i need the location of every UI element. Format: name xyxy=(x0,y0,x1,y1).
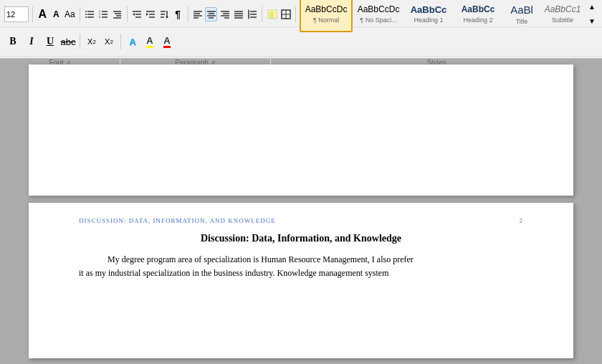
style-no-spacing[interactable]: AaBbCcDc ¶ No Spaci... xyxy=(353,0,403,32)
align-center-button[interactable] xyxy=(205,7,217,21)
styles-scroll-down[interactable]: ▼ xyxy=(586,15,598,28)
styles-scroll-up[interactable]: ▲ xyxy=(586,1,598,14)
style-normal[interactable]: AaBbCcDc ¶ Normal xyxy=(300,0,353,32)
underline-button[interactable]: U xyxy=(42,34,59,49)
font-color-icon: A xyxy=(163,35,170,48)
text-effects-button[interactable]: A xyxy=(125,34,140,49)
style-heading1-preview: AaBbCc xyxy=(411,4,447,16)
page-title: Discussion: Data, Information, and Knowl… xyxy=(79,233,523,244)
document-area: DISCUSSION: DATA, INFORMATION, AND KNOWL… xyxy=(0,59,602,364)
toolbar-row-1: A A Aa 123 ¶ xyxy=(0,0,602,27)
shading-button[interactable]: ▒ xyxy=(266,7,278,21)
style-subtitle-preview: AaBbCc1 xyxy=(545,4,581,16)
style-normal-preview: AaBbCcDc xyxy=(305,4,348,16)
separator-4 xyxy=(188,6,188,22)
svg-marker-50 xyxy=(248,18,249,19)
separator-3 xyxy=(127,6,128,22)
style-heading2-preview: AaBbCc xyxy=(462,4,495,16)
svg-marker-19 xyxy=(133,13,135,16)
separator-7 xyxy=(80,34,80,49)
superscript-button[interactable]: X2 xyxy=(101,34,117,49)
styles-gallery: AaBbCcDc ¶ Normal AaBbCcDc ¶ No Spaci...… xyxy=(300,0,598,34)
shrink-font-button[interactable]: A xyxy=(50,7,62,21)
sort-button[interactable] xyxy=(158,7,171,21)
separator-1 xyxy=(32,6,33,22)
numbering-button[interactable]: 123 xyxy=(97,7,110,21)
style-heading2-label: Heading 2 xyxy=(464,16,493,24)
borders-button[interactable] xyxy=(280,7,292,21)
style-title-preview: AaBl xyxy=(510,3,533,17)
align-right-button[interactable] xyxy=(219,7,231,21)
align-left-button[interactable] xyxy=(191,7,204,21)
clear-format-button[interactable]: Aa xyxy=(64,7,76,21)
separator-6 xyxy=(295,6,296,22)
page-header: DISCUSSION: DATA, INFORMATION, AND KNOWL… xyxy=(79,217,523,224)
styles-scroll-controls: ▲ ▼ xyxy=(586,1,598,28)
italic-button[interactable]: I xyxy=(23,34,40,49)
svg-point-5 xyxy=(85,16,87,18)
grow-font-button[interactable]: A xyxy=(37,7,49,21)
separator-8 xyxy=(120,34,121,49)
decrease-indent-button[interactable] xyxy=(130,7,143,21)
page-2: DISCUSSION: DATA, INFORMATION, AND KNOWL… xyxy=(29,203,573,358)
page-number: 2 xyxy=(520,217,524,224)
svg-point-4 xyxy=(85,14,87,15)
style-normal-label: ¶ Normal xyxy=(313,16,339,24)
separator-5 xyxy=(262,6,262,22)
strikethrough-button[interactable]: abc xyxy=(60,34,76,49)
style-subtitle[interactable]: AaBbCc1 Subtitle xyxy=(541,0,584,32)
increase-indent-button[interactable] xyxy=(144,7,156,21)
style-heading1-label: Heading 1 xyxy=(414,16,444,24)
svg-marker-23 xyxy=(146,13,148,16)
toolbar: A A Aa 123 ¶ xyxy=(0,0,602,59)
subscript-button[interactable]: X2 xyxy=(84,34,100,49)
style-heading2[interactable]: AaBbCc Heading 2 xyxy=(454,0,502,32)
font-size-input[interactable] xyxy=(4,6,29,22)
svg-marker-28 xyxy=(166,16,168,19)
style-subtitle-label: Subtitle xyxy=(552,16,573,24)
svg-point-3 xyxy=(85,11,87,12)
style-no-spacing-label: ¶ No Spaci... xyxy=(360,16,396,24)
multilevel-list-button[interactable] xyxy=(111,7,123,21)
show-paragraph-button[interactable]: ¶ xyxy=(172,7,184,21)
svg-text:▒: ▒ xyxy=(269,11,274,18)
bold-button[interactable]: B xyxy=(4,34,22,49)
style-heading1[interactable]: AaBbCc Heading 1 xyxy=(404,0,453,32)
highlight-icon: A xyxy=(146,35,153,48)
separator-2 xyxy=(80,6,80,22)
font-color-button[interactable]: A xyxy=(159,34,175,49)
page-1 xyxy=(29,64,573,196)
line-spacing-button[interactable] xyxy=(246,7,258,21)
style-title-label: Title xyxy=(516,18,528,25)
style-no-spacing-preview: AaBbCcDc xyxy=(358,4,400,16)
page-body-line1: My degree program area of specialization… xyxy=(79,253,523,280)
svg-marker-49 xyxy=(248,9,249,11)
page-header-text: DISCUSSION: DATA, INFORMATION, AND KNOWL… xyxy=(79,217,276,224)
style-title[interactable]: AaBl Title xyxy=(503,0,540,32)
justify-button[interactable] xyxy=(232,7,244,21)
bullets-button[interactable] xyxy=(84,7,96,21)
highlight-color-button[interactable]: A xyxy=(142,34,158,49)
svg-text:3: 3 xyxy=(99,15,101,19)
